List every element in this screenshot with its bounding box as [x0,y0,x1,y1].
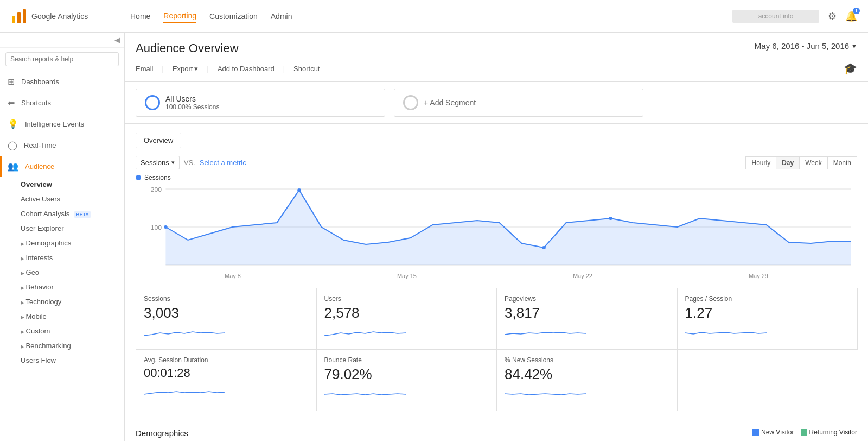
sessions-sparkline [144,325,225,341]
metric-avg-session: Avg. Session Duration 00:01:28 [136,349,317,411]
add-segment-label: + Add Segment [424,98,476,107]
sidebar-sub-user-explorer[interactable]: User Explorer [0,221,124,236]
sidebar-sub-overview[interactable]: Overview [0,177,124,192]
search-box [0,48,124,71]
avg-session-value: 00:01:28 [144,366,309,380]
account-selector[interactable]: account info [732,10,819,23]
nav-admin[interactable]: Admin [271,10,292,23]
nav-customization[interactable]: Customization [209,10,258,23]
returning-visitor-legend: Returning Visitor [801,429,858,436]
users-value: 2,578 [324,305,489,322]
bounce-rate-sparkline [324,386,406,402]
hat-icon[interactable]: 🎓 [844,62,857,75]
chart-container: 200 100 [136,184,857,270]
sidebar-item-shortcuts[interactable]: ⬅ Shortcuts [0,92,124,114]
shortcut-button[interactable]: Shortcut [293,65,320,73]
sessions-legend-dot [136,175,141,180]
sessions-dropdown[interactable]: Sessions [136,156,180,169]
sidebar-collapse-btn[interactable]: ◀ [0,33,124,48]
chart-controls: Sessions VS. Select a metric Hourly Day … [136,156,857,169]
audience-icon: 👥 [8,161,18,172]
svg-point-9 [297,188,301,192]
bounce-rate-value: 79.02% [324,366,489,383]
sidebar-sub-interests[interactable]: Interests [0,250,124,265]
new-visitor-legend: New Visitor [752,429,794,436]
sidebar-label-realtime: Real-Time [24,141,56,149]
page-header: Audience Overview May 6, 2016 - Jun 5, 2… [125,33,868,82]
segments-bar: All Users 100.00% Sessions + Add Segment [125,82,868,124]
segment-pct: 100.00% Sessions [165,103,219,111]
new-sessions-label: % New Sessions [505,356,669,364]
day-btn[interactable]: Day [776,156,800,169]
metric-users: Users 2,578 [316,288,497,350]
content-area: Audience Overview May 6, 2016 - Jun 5, 2… [125,33,868,441]
month-btn[interactable]: Month [827,156,857,169]
search-input[interactable] [5,52,119,66]
chart-legend: Sessions [136,174,857,181]
metric-selector: Sessions VS. Select a metric [136,156,246,169]
sidebar-item-realtime[interactable]: ◯ Real-Time [0,135,124,156]
new-sessions-sparkline [505,386,586,402]
bounce-rate-label: Bounce Rate [324,356,489,364]
settings-button[interactable]: ⚙ [828,10,837,22]
sidebar-sub-custom[interactable]: Custom [0,324,124,338]
export-button[interactable]: Export ▾ [173,65,199,73]
notifications-button[interactable]: 🔔 1 [845,10,857,22]
nav-right: account info ⚙ 🔔 1 [732,10,857,23]
google-analytics-logo [11,8,27,24]
sessions-value: 3,003 [144,305,309,322]
demographics-title: Demographics [136,429,694,438]
sidebar-sub-users-flow[interactable]: Users Flow [0,353,124,368]
sidebar-sub-technology[interactable]: Technology [0,294,124,309]
page-header-top: Audience Overview May 6, 2016 - Jun 5, 2… [136,41,857,55]
add-to-dashboard-button[interactable]: Add to Dashboard [218,65,275,73]
sidebar-sub-benchmarking[interactable]: Benchmarking [0,338,124,353]
metrics-row-1: Sessions 3,003 Users 2,578 Pageviews 3,8… [136,288,857,350]
overview-tab[interactable]: Overview [136,133,181,148]
report-area: Overview Sessions VS. Select a metric Ho… [125,124,868,288]
date-range-picker[interactable]: May 6, 2016 - Jun 5, 2016 [755,41,857,51]
sidebar-sub-mobile[interactable]: Mobile [0,309,124,324]
returning-visitor-label: Returning Visitor [809,429,858,436]
logo-area: Google Analytics [11,8,130,24]
sidebar-sub-demographics[interactable]: Demographics [0,236,124,250]
sidebar-item-audience[interactable]: 👥 Audience [0,156,124,177]
pages-per-session-sparkline [685,325,767,341]
select-metric[interactable]: Select a metric [200,159,246,167]
nav-home[interactable]: Home [130,10,150,23]
svg-text:200: 200 [151,186,162,193]
hourly-btn[interactable]: Hourly [745,156,776,169]
new-visitor-label: New Visitor [761,429,794,436]
pageviews-label: Pageviews [505,295,669,303]
main-layout: ◀ ⊞ Dashboards ⬅ Shortcuts 💡 Intelligenc… [0,33,868,441]
page-title: Audience Overview [136,41,239,55]
dashboards-icon: ⊞ [8,77,15,87]
new-sessions-value: 84.42% [505,366,669,383]
top-navigation: Google Analytics Home Reporting Customiz… [0,0,868,33]
all-users-segment[interactable]: All Users 100.00% Sessions [136,89,385,117]
page-actions: Email | Export ▾ | Add to Dashboard | Sh… [136,62,857,75]
x-label-may22: May 22 [573,273,592,279]
shortcuts-icon: ⬅ [8,98,15,108]
sessions-legend-label: Sessions [144,174,171,181]
sidebar-sub-active-users[interactable]: Active Users [0,192,124,206]
sidebar-item-dashboards[interactable]: ⊞ Dashboards [0,71,124,92]
segment-icon-active [145,95,160,110]
sidebar-item-intelligence[interactable]: 💡 Intelligence Events [0,114,124,135]
metrics-row-2: Avg. Session Duration 00:01:28 Bounce Ra… [136,349,857,411]
sidebar-sub-cohort[interactable]: Cohort Analysis BETA [0,206,124,221]
sidebar-sub-geo[interactable]: Geo [0,265,124,280]
pie-legend: New Visitor Returning Visitor [752,429,857,436]
sidebar-label-shortcuts: Shortcuts [21,99,51,107]
add-segment-pill[interactable]: + Add Segment [394,89,643,117]
week-btn[interactable]: Week [799,156,827,169]
pageviews-value: 3,817 [505,305,669,322]
metric-new-sessions: % New Sessions 84.42% [496,349,678,411]
metric-bounce-rate: Bounce Rate 79.02% [316,349,497,411]
sidebar-sub-behavior[interactable]: Behavior [0,280,124,294]
email-button[interactable]: Email [136,65,154,73]
sessions-chart: 200 100 [136,184,857,270]
x-label-may29: May 29 [749,273,768,279]
nav-reporting[interactable]: Reporting [163,9,196,23]
svg-rect-0 [12,16,15,23]
